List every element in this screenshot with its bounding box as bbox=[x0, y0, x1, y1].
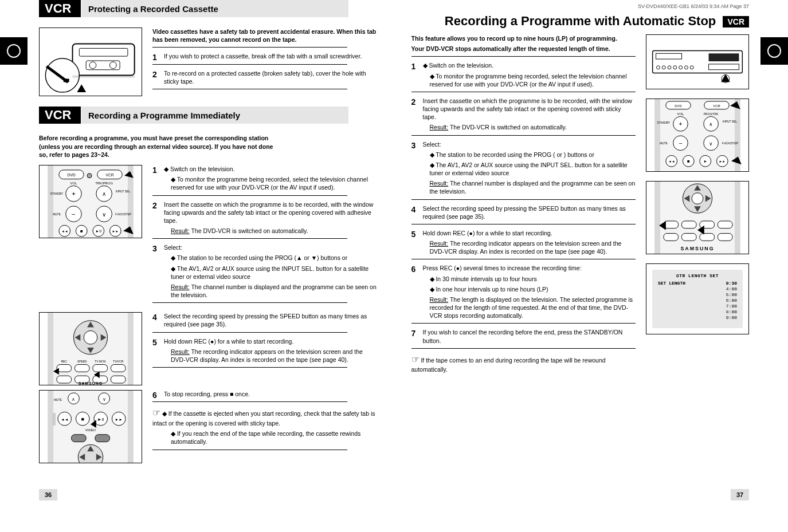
svg-rect-49 bbox=[57, 376, 72, 384]
steps-1-3: 1◆ Switch on the television. ◆ To monito… bbox=[152, 165, 377, 308]
svg-point-117 bbox=[692, 193, 703, 204]
figure-cassette-tab bbox=[39, 27, 142, 96]
svg-text:F.ADV/STEP: F.ADV/STEP bbox=[722, 142, 739, 145]
svg-text:VCR: VCR bbox=[713, 104, 720, 108]
svg-text:►►: ►► bbox=[719, 160, 726, 163]
svg-rect-76 bbox=[709, 53, 739, 61]
svg-text:MUTE: MUTE bbox=[53, 213, 61, 216]
svg-text:−: − bbox=[679, 140, 682, 147]
svg-rect-42 bbox=[75, 365, 89, 372]
svg-text:VIDEO: VIDEO bbox=[85, 428, 96, 432]
print-header: SV-DVD440/XEE-GB1 6/24/03 9:34 AM Page 3… bbox=[411, 3, 750, 9]
svg-text:VOL: VOL bbox=[70, 182, 78, 186]
svg-text:F.ADV/STEP: F.ADV/STEP bbox=[115, 213, 132, 216]
figure-remote-top: DVD VCR + − ∧ ∨ VOL TRK/PROG STANDBY INP… bbox=[39, 165, 142, 238]
svg-rect-73 bbox=[52, 413, 56, 426]
svg-text:∨: ∨ bbox=[103, 397, 106, 402]
svg-point-14 bbox=[87, 174, 92, 178]
svg-text:MUTE: MUTE bbox=[660, 142, 668, 145]
svg-rect-124 bbox=[700, 234, 715, 241]
svg-text:DVD: DVD bbox=[675, 104, 681, 108]
svg-text:DVD: DVD bbox=[67, 173, 76, 177]
svg-text:TRK/PROG: TRK/PROG bbox=[95, 182, 113, 186]
svg-text:VOL: VOL bbox=[677, 112, 685, 116]
svg-text:∨: ∨ bbox=[102, 211, 106, 218]
section-b-intro: Before recording a programme, you must h… bbox=[39, 134, 280, 159]
page-36: VCR Protecting a Recorded Cassette bbox=[0, 0, 394, 532]
section-title-b: Recording a Programme Immediately bbox=[81, 107, 348, 124]
svg-text:TV/VCR: TV/VCR bbox=[113, 360, 123, 363]
figure-remote-r1: DVD VCR VOL PROG/TRK + − ∧ ∨ STANDBY INP… bbox=[646, 98, 749, 172]
steps-4-5: 4Select the recording speed by pressing … bbox=[152, 312, 377, 385]
svg-text:■: ■ bbox=[81, 416, 84, 422]
page-title: Recording a Programme with Automatic Sto… bbox=[411, 14, 750, 29]
svg-text:STANDBY: STANDBY bbox=[50, 192, 64, 195]
page-37: SV-DVD440/XEE-GB1 6/24/03 9:34 AM Page 3… bbox=[394, 0, 789, 532]
svg-text:►II: ►II bbox=[95, 229, 101, 233]
figure-remote-bottom: ∧ ∨ MUTE ◄◄ ■ ►II ►► VIDEO bbox=[39, 390, 142, 463]
svg-text:−: − bbox=[72, 210, 76, 218]
svg-rect-52 bbox=[111, 376, 126, 384]
page-number-right: 37 bbox=[731, 489, 749, 501]
right-steps: This feature allows you to record up to … bbox=[411, 34, 636, 376]
page-number-left: 36 bbox=[39, 489, 57, 501]
svg-text:SPEED: SPEED bbox=[77, 360, 87, 363]
svg-text:►II: ►II bbox=[97, 417, 104, 422]
svg-text:SAMSUNG: SAMSUNG bbox=[79, 381, 103, 385]
svg-text:∧: ∧ bbox=[709, 121, 713, 127]
svg-text:+: + bbox=[72, 190, 76, 198]
svg-text:∨: ∨ bbox=[709, 141, 713, 147]
svg-rect-70 bbox=[72, 435, 87, 442]
osd-otr-length: OTR LENGTH SET SET LENGTH0:30 4:00 5:00 … bbox=[646, 263, 749, 334]
svg-rect-43 bbox=[93, 365, 108, 372]
svg-text:■: ■ bbox=[80, 228, 83, 234]
section-bar-protect: VCR Protecting a Recorded Cassette bbox=[39, 0, 348, 17]
svg-text:∧: ∧ bbox=[72, 397, 75, 402]
svg-text:+: + bbox=[679, 120, 682, 127]
section-badge-b: VCR bbox=[39, 107, 81, 124]
svg-text:SAMSUNG: SAMSUNG bbox=[681, 246, 715, 251]
svg-text:VCR: VCR bbox=[105, 173, 114, 177]
svg-text:TV MON: TV MON bbox=[95, 360, 106, 363]
figure-vcr-front bbox=[646, 34, 749, 89]
svg-point-40 bbox=[84, 331, 97, 345]
svg-rect-119 bbox=[681, 221, 696, 228]
svg-rect-121 bbox=[718, 221, 732, 228]
svg-text:INPUT SEL.: INPUT SEL. bbox=[723, 120, 738, 123]
svg-text:PROG/TRK: PROG/TRK bbox=[704, 113, 719, 116]
svg-text:►►: ►► bbox=[112, 230, 119, 233]
svg-rect-71 bbox=[95, 435, 110, 442]
figure-remote-mid: REC SPEED TV MON TV/VCR SAMSUNG bbox=[39, 312, 142, 385]
section-bar-record: VCR Recording a Programme Immediately bbox=[39, 107, 348, 124]
svg-text:◄◄: ◄◄ bbox=[61, 417, 69, 421]
section-a-text: Video cassettes have a safety tab to pre… bbox=[152, 27, 377, 96]
svg-rect-125 bbox=[718, 234, 732, 241]
svg-rect-6 bbox=[64, 79, 69, 82]
svg-rect-44 bbox=[111, 365, 126, 372]
svg-rect-7 bbox=[73, 76, 135, 78]
figure-remote-r2: SAMSUNG bbox=[646, 181, 749, 254]
section-title: Protecting a Recorded Cassette bbox=[81, 0, 348, 17]
svg-text:REC: REC bbox=[61, 360, 68, 363]
svg-text:◄◄: ◄◄ bbox=[668, 160, 675, 163]
svg-text:◄◄: ◄◄ bbox=[61, 230, 68, 233]
svg-text:►►: ►► bbox=[115, 417, 123, 421]
svg-text:INPUT SEL.: INPUT SEL. bbox=[116, 190, 131, 193]
svg-text:►: ► bbox=[703, 159, 707, 163]
steps-6-notes: 6To stop recording, press ■ once. ☞ ◆ If… bbox=[152, 390, 377, 463]
right-figures: DVD VCR VOL PROG/TRK + − ∧ ∨ STANDBY INP… bbox=[646, 34, 749, 376]
svg-text:STANDBY: STANDBY bbox=[657, 121, 671, 124]
svg-rect-122 bbox=[664, 234, 679, 241]
svg-rect-123 bbox=[681, 234, 696, 241]
svg-text:MUTE: MUTE bbox=[54, 399, 62, 401]
svg-text:∧: ∧ bbox=[102, 191, 106, 197]
svg-text:■: ■ bbox=[687, 159, 690, 164]
section-badge: VCR bbox=[39, 0, 81, 17]
